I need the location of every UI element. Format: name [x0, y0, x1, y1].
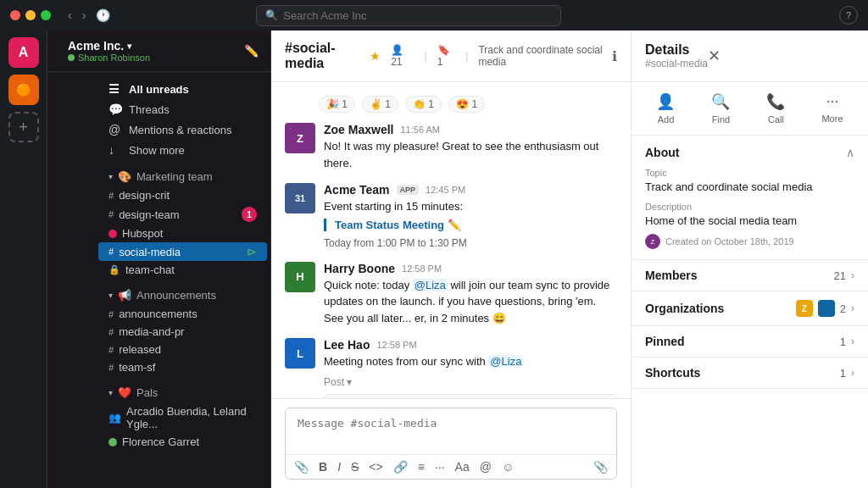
- avatar: 31: [285, 183, 315, 214]
- message-row: L Lee Hao 12:58 PM Meeting notes from ou…: [285, 338, 617, 398]
- channel-announcements[interactable]: # announcements: [95, 305, 270, 323]
- emoji-reaction-4[interactable]: 😍 1: [448, 96, 485, 113]
- call-label: Call: [768, 114, 784, 125]
- add-label: Add: [658, 114, 675, 125]
- close-details-button[interactable]: ✕: [708, 47, 721, 65]
- channel-team-sf[interactable]: # team-sf: [95, 358, 270, 376]
- quoted-sub: Today from 1:00 PM to 1:30 PM: [324, 237, 467, 249]
- pinned-row[interactable]: Pinned 1 ›: [632, 326, 868, 358]
- chevron-right-icon: ›: [851, 302, 854, 314]
- compose-button[interactable]: ✏️: [244, 44, 259, 58]
- channel-hubspot[interactable]: Hubspot: [95, 225, 270, 242]
- emoji-reaction-1[interactable]: 🎉 1: [319, 96, 355, 113]
- channel-pals-group[interactable]: 👥 Arcadio Buendia, Leland Ygle...: [95, 402, 270, 433]
- shortcuts-count: 1: [840, 367, 846, 380]
- search-input[interactable]: [283, 9, 552, 22]
- channel-florence[interactable]: Florence Garret: [95, 433, 270, 451]
- shortcuts-label: Shortcuts: [645, 366, 700, 380]
- shortcuts-row[interactable]: Shortcuts 1 ›: [632, 358, 868, 389]
- mention-button[interactable]: @: [480, 460, 492, 474]
- history-button[interactable]: 🕐: [92, 7, 114, 24]
- emoji-reaction-2[interactable]: ✌️ 1: [362, 96, 398, 113]
- add-action[interactable]: 👤 Add: [656, 92, 675, 125]
- details-panel: Details #social-media ✕ 👤 Add 🔍 Find 📞 C…: [631, 30, 868, 488]
- close-button[interactable]: [10, 10, 20, 20]
- workspace-icon-org[interactable]: 🟠: [8, 75, 39, 105]
- org-badge-blue: [818, 300, 835, 317]
- sidebar-item-threads[interactable]: 💬 Threads: [95, 99, 270, 119]
- call-action[interactable]: 📞 Call: [766, 92, 785, 125]
- section-pals[interactable]: ▾ ❤️ Pals: [95, 376, 270, 402]
- message-body: Lee Hao 12:58 PM Meeting notes from our …: [324, 338, 617, 398]
- dropdown-icon: ▾: [127, 42, 131, 51]
- list-button[interactable]: ≡: [418, 460, 425, 474]
- section-emoji: 🎨: [118, 170, 131, 183]
- add-workspace-button[interactable]: +: [8, 112, 39, 142]
- code-button[interactable]: <>: [369, 460, 382, 474]
- chevron-right-icon: ›: [851, 336, 854, 347]
- channel-design-team[interactable]: # design-team 1: [95, 204, 270, 225]
- details-channel: #social-media: [645, 58, 708, 69]
- sidebar-item-mentions[interactable]: @ Mentions & reactions: [95, 119, 270, 140]
- channel-team-chat[interactable]: 🔒 team-chat: [95, 261, 270, 279]
- bold-button[interactable]: B: [319, 460, 327, 474]
- call-icon: 📞: [766, 92, 785, 111]
- star-icon[interactable]: ★: [370, 49, 381, 63]
- topic-value: Track and coordinate social media: [645, 180, 854, 193]
- mention[interactable]: @Liza: [488, 355, 523, 368]
- message-input[interactable]: [286, 408, 616, 451]
- workspace-name[interactable]: Acme Inc. ▾: [68, 39, 244, 53]
- section-label: Marketing team: [136, 170, 213, 183]
- workspace-header: Acme Inc. ▾ Sharon Robinson ✏️: [47, 30, 270, 72]
- back-button[interactable]: ‹: [64, 7, 75, 24]
- channel-released[interactable]: # released: [95, 341, 270, 358]
- text-style-button[interactable]: Aa: [455, 460, 470, 474]
- avatar: L: [285, 338, 315, 369]
- maximize-button[interactable]: [41, 10, 51, 20]
- about-section-header[interactable]: About ∧: [645, 146, 854, 159]
- help-button[interactable]: ?: [839, 6, 858, 25]
- mention[interactable]: @Liza: [413, 279, 448, 291]
- minimize-button[interactable]: [25, 10, 36, 20]
- quoted-link[interactable]: Team Status Meeting ✏️: [324, 219, 617, 231]
- hubspot-dot: [108, 230, 117, 238]
- channel-social-media[interactable]: # social-media ⊳: [98, 242, 267, 261]
- unread-badge: 1: [242, 207, 257, 222]
- message-text: Meeting notes from our sync with @Liza: [324, 353, 617, 370]
- message-header: Acme Team APP 12:45 PM: [324, 183, 617, 197]
- file-button[interactable]: 📎: [593, 460, 608, 474]
- channel-name: Florence Garret: [122, 435, 199, 448]
- message-row: H Harry Boone 12:58 PM Quick note: today…: [285, 262, 617, 327]
- more-formatting-button[interactable]: ···: [435, 460, 445, 474]
- emoji-button[interactable]: ☺: [502, 460, 514, 474]
- more-action[interactable]: ··· More: [821, 92, 843, 125]
- forward-button[interactable]: ›: [79, 7, 90, 24]
- app-body: A 🟠 + Acme Inc. ▾ Sharon Robinson ✏️: [0, 30, 868, 488]
- strikethrough-button[interactable]: S: [351, 460, 359, 474]
- message-time: 12:58 PM: [402, 263, 442, 274]
- members-row[interactable]: Members 21 ›: [632, 260, 868, 291]
- italic-button[interactable]: I: [337, 460, 341, 474]
- link-button[interactable]: 🔗: [393, 460, 408, 474]
- attach-button[interactable]: 📎: [294, 460, 309, 474]
- search-bar[interactable]: 🔍: [256, 5, 561, 26]
- workspace-icon-acme[interactable]: A: [8, 37, 39, 68]
- channel-name: announcements: [119, 308, 198, 320]
- organizations-row[interactable]: Organizations Z 2 ›: [632, 291, 868, 326]
- organizations-label: Organizations: [645, 302, 724, 315]
- members-count-area: 21 ›: [834, 269, 854, 282]
- section-announcements[interactable]: ▾ 📢 Announcements: [95, 279, 270, 305]
- about-title: About: [645, 146, 679, 159]
- sidebar-item-all-unreads[interactable]: ☰ All unreads: [95, 79, 270, 99]
- emoji-reaction-3[interactable]: 👏 1: [405, 96, 442, 113]
- message-time: 12:58 PM: [376, 340, 416, 350]
- post-tag[interactable]: Post ▾: [324, 376, 352, 388]
- find-action[interactable]: 🔍 Find: [711, 92, 730, 125]
- channel-design-crit[interactable]: # design-crit: [95, 186, 270, 204]
- channel-info-button[interactable]: ℹ: [612, 48, 617, 64]
- sidebar-item-show-more[interactable]: ↓ Show more: [95, 140, 270, 160]
- channel-title: #social-media: [285, 41, 364, 71]
- organizations-count-area: Z 2 ›: [796, 300, 854, 317]
- section-marketing-team[interactable]: ▾ 🎨 Marketing team: [95, 160, 270, 186]
- channel-media-and-pr[interactable]: # media-and-pr: [95, 323, 270, 341]
